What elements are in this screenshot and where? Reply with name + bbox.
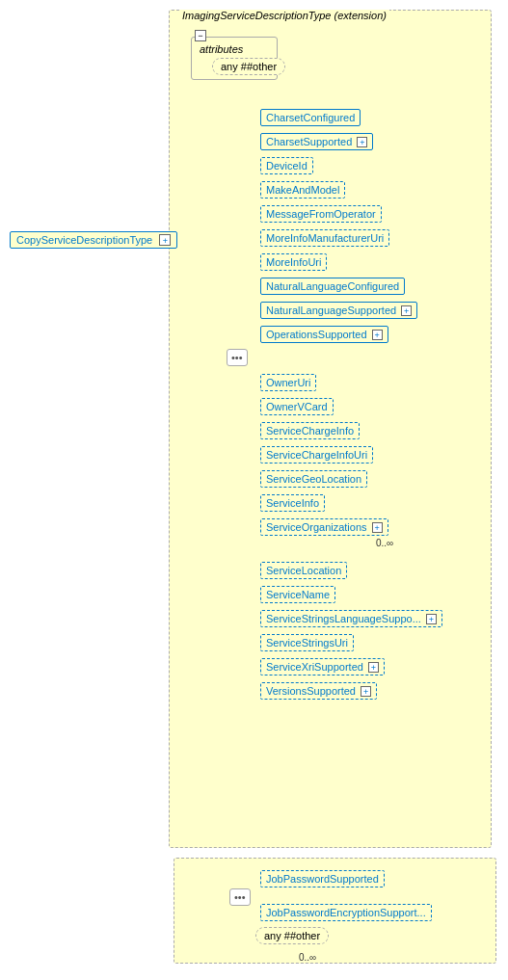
- elem-NaturalLanguageConfigured[interactable]: NaturalLanguageConfigured: [260, 278, 405, 295]
- elem-MakeAndModel[interactable]: MakeAndModel: [260, 181, 345, 199]
- elem-ServiceOrganizations[interactable]: ServiceOrganizations +: [260, 518, 388, 536]
- schema-type-suffix: (extension): [331, 10, 386, 21]
- elem-MessageFromOperator[interactable]: MessageFromOperator: [260, 205, 382, 223]
- expand-CharsetSupported[interactable]: +: [357, 137, 367, 147]
- count-bottom: 0..∞: [299, 952, 316, 963]
- seq-indicator-1: •••: [227, 349, 248, 366]
- elem-ServiceXriSupported[interactable]: ServiceXriSupported +: [260, 658, 385, 675]
- expand-ServiceOrganizations[interactable]: +: [372, 522, 383, 533]
- elem-OperationsSupported[interactable]: OperationsSupported +: [260, 326, 388, 343]
- main-box-title: ImagingServiceDescriptionType (extension…: [179, 10, 389, 21]
- schema-type-name: ImagingServiceDescriptionType: [182, 10, 331, 21]
- count-ServiceOrganizations: 0..∞: [376, 538, 393, 548]
- expand-ServiceXriSupported[interactable]: +: [368, 662, 379, 673]
- any-other-pill-1: any ##other: [212, 58, 285, 75]
- elem-MoreInfoUri[interactable]: MoreInfoUri: [260, 253, 327, 271]
- elem-NaturalLanguageSupported[interactable]: NaturalLanguageSupported +: [260, 302, 417, 319]
- elem-ServiceGeoLocation[interactable]: ServiceGeoLocation: [260, 470, 367, 488]
- elem-ServiceInfo[interactable]: ServiceInfo: [260, 494, 325, 512]
- elem-ServiceChargeInfoUri[interactable]: ServiceChargeInfoUri: [260, 446, 373, 464]
- elem-CharsetSupported[interactable]: CharsetSupported +: [260, 133, 373, 150]
- elem-MoreInfoManufacturerUri[interactable]: MoreInfoManufacturerUri: [260, 229, 389, 247]
- elem-JobPasswordEncryptionSupport[interactable]: JobPasswordEncryptionSupport...: [260, 904, 432, 921]
- expand-VersionsSupported[interactable]: +: [361, 686, 371, 697]
- elem-CharsetConfigured[interactable]: CharsetConfigured: [260, 109, 361, 126]
- copy-service-type-label: CopyServiceDescriptionType +: [10, 231, 177, 249]
- expand-icon-left[interactable]: +: [159, 234, 171, 246]
- elem-JobPasswordSupported[interactable]: JobPasswordSupported: [260, 870, 385, 887]
- expand-NaturalLanguageSupported[interactable]: +: [401, 305, 412, 316]
- elem-VersionsSupported[interactable]: VersionsSupported +: [260, 682, 377, 700]
- expand-ServiceStringsLanguageSuppo[interactable]: +: [426, 614, 437, 624]
- elem-ServiceStringsUri[interactable]: ServiceStringsUri: [260, 634, 354, 651]
- elem-OwnerVCard[interactable]: OwnerVCard: [260, 398, 334, 415]
- elem-OwnerUri[interactable]: OwnerUri: [260, 374, 316, 391]
- attributes-minus-icon[interactable]: −: [195, 30, 206, 41]
- seq-indicator-2: •••: [229, 888, 251, 906]
- elem-ServiceLocation[interactable]: ServiceLocation: [260, 562, 347, 579]
- elem-ServiceStringsLanguageSuppo[interactable]: ServiceStringsLanguageSuppo... +: [260, 610, 442, 627]
- any-other-pill-2: any ##other: [255, 927, 329, 944]
- elem-DeviceId[interactable]: DeviceId: [260, 157, 313, 174]
- diagram-container: ImagingServiceDescriptionType (extension…: [0, 0, 508, 980]
- expand-OperationsSupported[interactable]: +: [372, 330, 383, 340]
- elem-ServiceChargeInfo[interactable]: ServiceChargeInfo: [260, 422, 360, 439]
- elem-ServiceName[interactable]: ServiceName: [260, 586, 335, 603]
- attributes-label: attributes: [200, 43, 243, 55]
